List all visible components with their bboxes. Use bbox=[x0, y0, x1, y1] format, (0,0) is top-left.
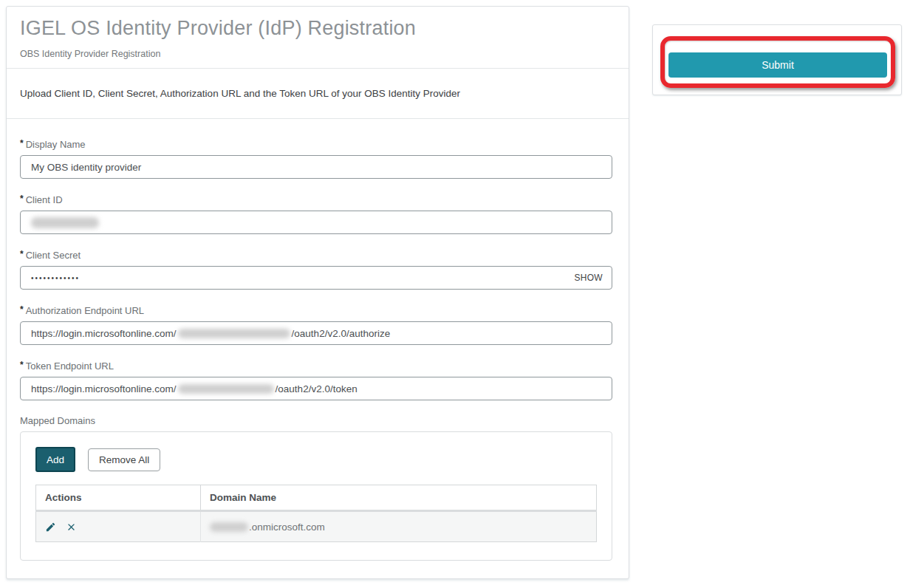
page-title: IGEL OS Identity Provider (IdP) Registra… bbox=[20, 17, 612, 40]
authorization-url-input[interactable]: https://login.microsoftonline.com//oauth… bbox=[20, 321, 612, 345]
field-client-id: *Client ID bbox=[20, 194, 612, 234]
field-authorization-url: *Authorization Endpoint URL https://logi… bbox=[20, 304, 612, 345]
field-client-secret: *Client Secret •••••••••••• SHOW bbox=[20, 249, 612, 290]
field-display-name: *Display Name My OBS identity provider bbox=[20, 138, 612, 179]
submit-button[interactable]: Submit bbox=[668, 52, 887, 78]
redacted-tenant-id bbox=[178, 329, 290, 338]
token-url-input[interactable]: https://login.microsoftonline.com//oauth… bbox=[20, 377, 612, 400]
table-header-row: Actions Domain Name bbox=[36, 485, 597, 511]
domains-toolbar: Add Remove All bbox=[35, 447, 597, 472]
redacted-domain-prefix bbox=[210, 522, 248, 532]
client-secret-label: *Client Secret bbox=[20, 249, 612, 261]
mapped-domains-label: Mapped Domains bbox=[20, 415, 612, 426]
mapped-domains-panel: Add Remove All Actions Domain Name bbox=[20, 431, 612, 561]
client-id-label: *Client ID bbox=[20, 194, 612, 205]
mapped-domains-table: Actions Domain Name bbox=[35, 485, 597, 542]
client-id-input[interactable] bbox=[20, 211, 612, 234]
required-marker: * bbox=[20, 249, 24, 259]
card-header: IGEL OS Identity Provider (IdP) Registra… bbox=[7, 7, 629, 69]
actions-cell bbox=[36, 511, 201, 542]
x-icon bbox=[66, 524, 77, 535]
idp-registration-card: IGEL OS Identity Provider (IdP) Registra… bbox=[6, 6, 629, 579]
remove-all-button[interactable]: Remove All bbox=[88, 448, 160, 471]
delete-domain-button[interactable] bbox=[66, 522, 77, 533]
page: IGEL OS Identity Provider (IdP) Registra… bbox=[0, 0, 910, 588]
column-header-domain-name: Domain Name bbox=[201, 485, 597, 511]
registration-form: *Display Name My OBS identity provider *… bbox=[7, 119, 629, 561]
display-name-input[interactable]: My OBS identity provider bbox=[20, 155, 612, 179]
domain-name-suffix: .onmicrosoft.com bbox=[249, 522, 325, 533]
authorization-url-label: *Authorization Endpoint URL bbox=[20, 304, 612, 316]
required-marker: * bbox=[20, 138, 24, 148]
client-secret-input[interactable]: •••••••••••• SHOW bbox=[20, 266, 612, 290]
show-secret-button[interactable]: SHOW bbox=[574, 267, 603, 289]
token-url-prefix: https://login.microsoftonline.com/ bbox=[31, 383, 177, 394]
pencil-icon bbox=[45, 524, 56, 535]
required-marker: * bbox=[20, 360, 24, 370]
submit-card: Submit bbox=[652, 24, 902, 95]
authorization-url-suffix: /oauth2/v2.0/authorize bbox=[292, 328, 391, 339]
table-row: .onmicrosoft.com bbox=[36, 511, 597, 542]
token-url-label: *Token Endpoint URL bbox=[20, 360, 612, 372]
redacted-tenant-id bbox=[178, 384, 274, 394]
token-url-suffix: /oauth2/v2.0/token bbox=[276, 383, 358, 394]
display-name-value: My OBS identity provider bbox=[31, 162, 141, 173]
authorization-url-prefix: https://login.microsoftonline.com/ bbox=[31, 328, 177, 339]
client-secret-masked-value: •••••••••••• bbox=[31, 274, 80, 282]
add-domain-button[interactable]: Add bbox=[35, 447, 75, 472]
display-name-label: *Display Name bbox=[20, 138, 612, 150]
page-subtitle: OBS Identity Provider Registration bbox=[20, 49, 612, 59]
edit-domain-button[interactable] bbox=[45, 522, 56, 533]
description-text: Upload Client ID, Client Secret, Authori… bbox=[7, 69, 629, 119]
domain-name-cell: .onmicrosoft.com bbox=[201, 511, 597, 542]
required-marker: * bbox=[20, 194, 24, 204]
column-header-actions: Actions bbox=[36, 485, 201, 511]
redacted-client-id-value bbox=[31, 217, 99, 228]
field-token-url: *Token Endpoint URL https://login.micros… bbox=[20, 360, 612, 400]
required-marker: * bbox=[20, 304, 24, 315]
